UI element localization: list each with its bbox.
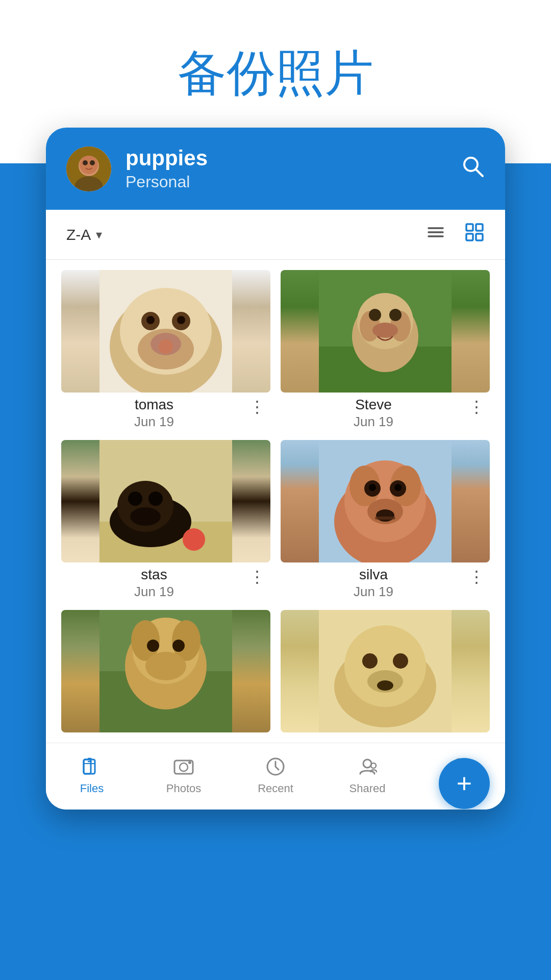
file-thumbnail-5[interactable] [61, 610, 270, 732]
svg-point-24 [159, 339, 173, 354]
phone-card: puppies Personal Z-A ▾ [46, 128, 505, 810]
svg-point-21 [146, 316, 155, 324]
file-item-6 [281, 610, 490, 732]
file-date-silva: Jun 19 [354, 584, 393, 600]
avatar [66, 146, 111, 191]
avatar-image [66, 146, 111, 191]
svg-point-5 [90, 160, 95, 165]
file-date-steve: Jun 19 [354, 414, 393, 430]
shared-icon [356, 755, 379, 778]
file-info-steve: Steve Jun 19 ⋮ [281, 393, 490, 430]
svg-point-50 [394, 484, 402, 491]
dog-image-6 [281, 610, 490, 732]
toolbar-icons [425, 222, 485, 247]
svg-point-77 [363, 760, 371, 768]
dog-image-steve [281, 270, 490, 393]
file-meta-steve: Steve Jun 19 [283, 397, 464, 430]
chevron-down-icon: ▾ [96, 228, 102, 242]
file-name-tomas: tomas [135, 397, 173, 413]
svg-point-41 [183, 528, 205, 551]
nav-label-files: Files [80, 782, 104, 795]
app-header: puppies Personal [46, 128, 505, 210]
header-username: puppies [126, 146, 446, 170]
header-text: puppies Personal [126, 146, 446, 191]
dog-image-tomas [61, 270, 270, 393]
svg-point-33 [372, 323, 398, 338]
file-item-5 [61, 610, 270, 732]
svg-point-60 [147, 640, 159, 652]
add-button[interactable]: + [439, 758, 490, 809]
svg-point-4 [83, 160, 88, 165]
file-item-tomas: tomas Jun 19 ⋮ [61, 270, 270, 430]
svg-point-66 [362, 653, 378, 669]
svg-point-39 [148, 492, 163, 506]
file-name-steve: Steve [355, 397, 392, 413]
file-item-silva: silva Jun 19 ⋮ [281, 440, 490, 600]
file-meta-silva: silva Jun 19 [283, 567, 464, 600]
svg-point-31 [369, 309, 381, 321]
svg-point-65 [344, 625, 426, 707]
add-icon: + [457, 770, 472, 797]
svg-rect-53 [375, 517, 395, 520]
search-button[interactable] [460, 154, 485, 184]
svg-point-3 [80, 156, 98, 174]
svg-rect-11 [466, 224, 473, 231]
file-date-stas: Jun 19 [134, 584, 174, 600]
svg-rect-14 [476, 234, 483, 240]
file-meta-stas: stas Jun 19 [63, 567, 245, 600]
file-info-stas: stas Jun 19 ⋮ [61, 562, 270, 600]
grid-icon [464, 222, 485, 242]
nav-item-shared[interactable]: Shared [321, 751, 413, 799]
file-item-stas: stas Jun 19 ⋮ [61, 440, 270, 600]
toolbar: Z-A ▾ [46, 210, 505, 260]
file-thumbnail-steve[interactable] [281, 270, 490, 393]
more-menu-stas[interactable]: ⋮ [245, 567, 268, 587]
sort-button[interactable]: Z-A ▾ [66, 226, 102, 243]
more-menu-tomas[interactable]: ⋮ [245, 397, 268, 417]
svg-point-74 [180, 763, 188, 771]
dog-image-silva [281, 440, 490, 562]
svg-point-38 [128, 492, 142, 506]
file-thumbnail-tomas[interactable] [61, 270, 270, 393]
file-thumbnail-6[interactable] [281, 610, 490, 732]
svg-rect-12 [476, 224, 483, 231]
more-menu-silva[interactable]: ⋮ [464, 567, 488, 587]
file-thumbnail-silva[interactable] [281, 440, 490, 562]
svg-point-69 [377, 680, 393, 691]
svg-point-32 [389, 309, 402, 321]
files-icon [81, 755, 103, 778]
file-name-silva: silva [359, 567, 388, 583]
nav-item-photos[interactable]: Photos [138, 751, 230, 799]
file-thumbnail-stas[interactable] [61, 440, 270, 562]
search-icon [460, 154, 485, 178]
file-meta-tomas: tomas Jun 19 [63, 397, 245, 430]
list-view-button[interactable] [425, 222, 446, 247]
grid-view-button[interactable] [464, 222, 485, 247]
dog-image-5 [61, 610, 270, 732]
svg-point-22 [177, 316, 185, 324]
svg-point-62 [145, 652, 186, 680]
recent-icon [264, 755, 287, 778]
svg-point-40 [130, 507, 161, 526]
file-info-tomas: tomas Jun 19 ⋮ [61, 393, 270, 430]
list-icon [425, 222, 446, 242]
sort-label: Z-A [66, 226, 91, 243]
file-item-steve: Steve Jun 19 ⋮ [281, 270, 490, 430]
svg-point-67 [393, 653, 408, 669]
dog-image-stas [61, 440, 270, 562]
file-date-tomas: Jun 19 [134, 414, 174, 430]
nav-label-recent: Recent [258, 782, 293, 795]
more-menu-steve[interactable]: ⋮ [464, 397, 488, 417]
nav-item-recent[interactable]: Recent [230, 751, 321, 799]
file-name-stas: stas [141, 567, 167, 583]
header-account-type: Personal [126, 173, 446, 191]
svg-point-49 [369, 484, 376, 491]
title-area: 备份照片 [0, 0, 551, 133]
svg-point-61 [172, 640, 185, 652]
svg-line-7 [476, 169, 483, 176]
avatar-svg [66, 146, 111, 191]
nav-item-files[interactable]: Files [46, 751, 138, 799]
files-grid: tomas Jun 19 ⋮ [46, 260, 505, 743]
page-title: 备份照片 [0, 41, 551, 107]
svg-point-75 [188, 761, 191, 764]
